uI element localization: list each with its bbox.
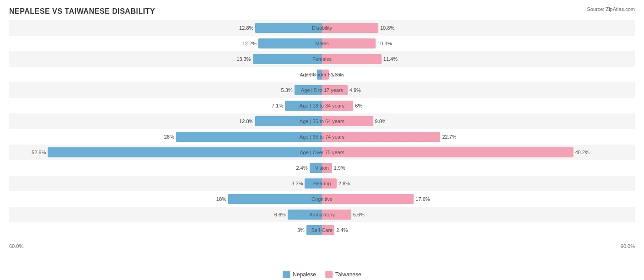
right-bar-wrapper: 48.2% [322, 147, 573, 157]
legend-nepalese-label: Nepalese [293, 271, 316, 278]
table-row: 28% 22.7% Age | 65 to 74 years [9, 129, 635, 145]
right-bar [322, 163, 332, 173]
table-row: 3.3% 2.8% Hearing [9, 176, 635, 191]
legend-nepalese: Nepalese [283, 271, 316, 278]
bar-section: 12.8% 9.8% Age | 35 to 64 years [9, 113, 635, 129]
axis-right: 60.0% [621, 243, 635, 249]
left-bar [295, 85, 322, 95]
table-row: 3% 2.4% Self-Care [9, 222, 635, 238]
left-bar [305, 178, 322, 188]
right-value: 48.2% [575, 150, 589, 155]
right-value: 1.3% [331, 72, 342, 77]
left-value: 3% [297, 227, 305, 233]
left-bar-wrapper: 18% [228, 194, 322, 204]
table-row: 52.6% 48.2% Age | Over 75 years [9, 145, 635, 160]
left-value: 0.97% [301, 72, 315, 77]
right-bar [322, 23, 378, 33]
right-value: 6% [355, 103, 362, 108]
bar-section: 5.3% 4.9% Age | 5 to 17 years [9, 82, 635, 98]
right-bar [322, 132, 440, 142]
left-bar [253, 54, 322, 64]
right-value: 5.6% [353, 212, 365, 217]
right-bar-wrapper: 11.4% [322, 54, 382, 64]
right-value: 10.8% [380, 25, 394, 31]
left-value: 5.3% [281, 87, 293, 93]
axis-left: 60.0% [9, 243, 23, 249]
table-row: 2.4% 1.9% Vision [9, 160, 635, 176]
right-value: 4.9% [349, 87, 361, 93]
left-bar-wrapper: 5.3% [295, 85, 322, 95]
right-bar-wrapper: 4.9% [322, 85, 348, 95]
right-value: 22.7% [442, 134, 456, 140]
table-row: 6.6% 5.6% Ambulatory [9, 207, 635, 222]
source-label: Source: ZipAtlas.com [587, 6, 635, 12]
table-row: 7.1% 6% Age | 18 to 34 years [9, 98, 635, 113]
right-bar [322, 38, 376, 48]
right-bar-wrapper: 2.4% [322, 225, 334, 235]
left-value: 28% [164, 134, 174, 140]
table-row: 12.2% 10.3% Males [9, 36, 635, 51]
right-bar-wrapper: 9.8% [322, 116, 373, 126]
right-bar [322, 70, 329, 80]
bar-section: 2.4% 1.9% Vision [9, 160, 635, 176]
table-row: 12.8% 10.8% Disability [9, 20, 635, 36]
chart-container: NEPALESE VS TAIWANESE DISABILITY Source:… [0, 0, 644, 280]
left-bar-wrapper: 12.2% [258, 38, 322, 48]
right-value: 17.6% [415, 196, 430, 202]
chart-title: NEPALESE VS TAIWANESE DISABILITY [9, 7, 635, 16]
table-row: 0.97% 1.3% Age | Under 5 years [9, 67, 635, 82]
bar-section: 3% 2.4% Self-Care [9, 222, 635, 238]
left-bar-wrapper: 0.97% [317, 70, 322, 80]
left-bar [258, 38, 322, 48]
axis-labels: 60.0% 60.0% [9, 243, 635, 249]
left-bar-wrapper: 12.8% [255, 23, 322, 33]
table-row: 12.8% 9.8% Age | 35 to 64 years [9, 113, 635, 129]
right-bar-wrapper: 5.6% [322, 210, 351, 220]
left-value: 12.8% [239, 25, 253, 31]
right-bar [322, 85, 348, 95]
right-bar [322, 116, 373, 126]
right-bar-wrapper: 2.8% [322, 178, 337, 188]
bar-section: 3.3% 2.8% Hearing [9, 176, 635, 191]
right-bar-wrapper: 1.9% [322, 163, 332, 173]
right-value: 2.8% [338, 181, 350, 186]
left-bar [310, 163, 322, 173]
left-bar [48, 147, 322, 157]
left-bar-wrapper: 3.3% [305, 178, 322, 188]
left-bar-wrapper: 7.1% [285, 101, 322, 111]
right-bar [322, 210, 351, 220]
left-bar-wrapper: 52.6% [48, 147, 322, 157]
left-bar [306, 225, 322, 235]
left-value: 18% [216, 196, 226, 202]
right-bar [322, 54, 382, 64]
table-row: 18% 17.6% Cognitive [9, 191, 635, 207]
left-bar-wrapper: 13.3% [253, 54, 322, 64]
bar-section: 52.6% 48.2% Age | Over 75 years [9, 145, 635, 160]
left-bar [176, 132, 322, 142]
right-bar [322, 194, 414, 204]
left-bar-wrapper: 6.6% [288, 210, 322, 220]
left-value: 12.8% [239, 118, 253, 124]
left-bar-wrapper: 28% [176, 132, 322, 142]
bar-section: 13.3% 11.4% Females [9, 51, 635, 67]
left-value: 12.2% [242, 41, 257, 46]
bar-section: 12.2% 10.3% Males [9, 36, 635, 51]
left-bar [228, 194, 322, 204]
right-bar [322, 101, 353, 111]
right-bar-wrapper: 10.3% [322, 38, 376, 48]
right-bar-wrapper: 22.7% [322, 132, 440, 142]
left-bar-wrapper: 2.4% [310, 163, 322, 173]
bar-section: 12.8% 10.8% Disability [9, 20, 635, 36]
right-value: 9.8% [375, 118, 387, 124]
left-bar [317, 70, 322, 80]
bar-section: 6.6% 5.6% Ambulatory [9, 207, 635, 222]
left-bar-wrapper: 3% [306, 225, 322, 235]
right-value: 1.9% [334, 165, 345, 171]
left-bar-wrapper: 12.8% [255, 116, 322, 126]
right-bar [322, 178, 337, 188]
left-value: 2.4% [296, 165, 308, 171]
right-value: 10.3% [377, 41, 392, 46]
left-bar [285, 101, 322, 111]
left-value: 52.6% [32, 150, 46, 155]
left-bar [288, 210, 322, 220]
